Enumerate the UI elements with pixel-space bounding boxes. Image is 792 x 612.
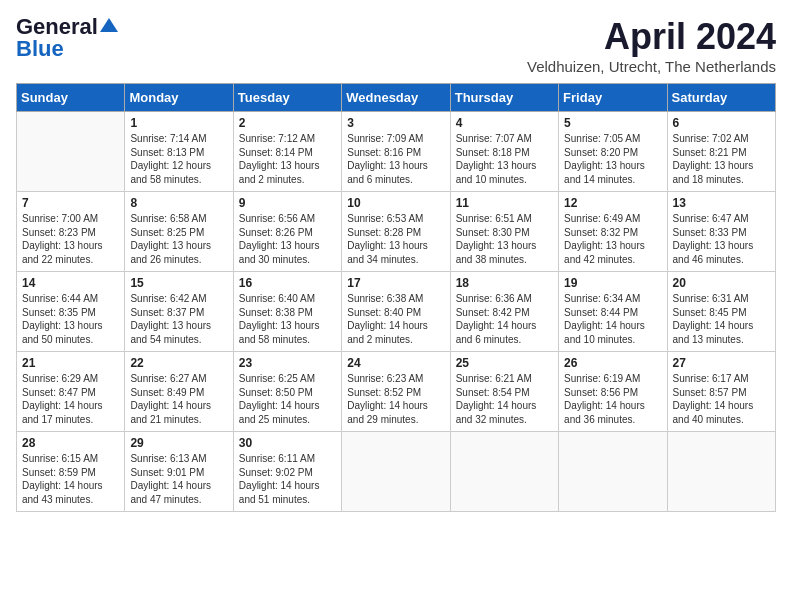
calendar-cell: 14Sunrise: 6:44 AMSunset: 8:35 PMDayligh…	[17, 272, 125, 352]
day-info: Sunrise: 7:05 AMSunset: 8:20 PMDaylight:…	[564, 132, 661, 186]
calendar-cell	[450, 432, 558, 512]
calendar-cell: 19Sunrise: 6:34 AMSunset: 8:44 PMDayligh…	[559, 272, 667, 352]
day-info: Sunrise: 7:09 AMSunset: 8:16 PMDaylight:…	[347, 132, 444, 186]
calendar-cell: 11Sunrise: 6:51 AMSunset: 8:30 PMDayligh…	[450, 192, 558, 272]
day-number: 7	[22, 196, 119, 210]
day-number: 8	[130, 196, 227, 210]
day-number: 12	[564, 196, 661, 210]
calendar-cell: 26Sunrise: 6:19 AMSunset: 8:56 PMDayligh…	[559, 352, 667, 432]
day-info: Sunrise: 7:14 AMSunset: 8:13 PMDaylight:…	[130, 132, 227, 186]
calendar-cell: 15Sunrise: 6:42 AMSunset: 8:37 PMDayligh…	[125, 272, 233, 352]
weekday-header-saturday: Saturday	[667, 84, 775, 112]
day-number: 18	[456, 276, 553, 290]
day-info: Sunrise: 7:07 AMSunset: 8:18 PMDaylight:…	[456, 132, 553, 186]
day-info: Sunrise: 6:49 AMSunset: 8:32 PMDaylight:…	[564, 212, 661, 266]
day-info: Sunrise: 6:17 AMSunset: 8:57 PMDaylight:…	[673, 372, 770, 426]
day-number: 30	[239, 436, 336, 450]
day-info: Sunrise: 6:29 AMSunset: 8:47 PMDaylight:…	[22, 372, 119, 426]
day-number: 23	[239, 356, 336, 370]
week-row-1: 1Sunrise: 7:14 AMSunset: 8:13 PMDaylight…	[17, 112, 776, 192]
day-info: Sunrise: 7:02 AMSunset: 8:21 PMDaylight:…	[673, 132, 770, 186]
day-info: Sunrise: 6:36 AMSunset: 8:42 PMDaylight:…	[456, 292, 553, 346]
calendar-cell: 2Sunrise: 7:12 AMSunset: 8:14 PMDaylight…	[233, 112, 341, 192]
logo-general-text: General	[16, 16, 98, 38]
day-number: 28	[22, 436, 119, 450]
day-info: Sunrise: 7:12 AMSunset: 8:14 PMDaylight:…	[239, 132, 336, 186]
week-row-4: 21Sunrise: 6:29 AMSunset: 8:47 PMDayligh…	[17, 352, 776, 432]
calendar-cell: 1Sunrise: 7:14 AMSunset: 8:13 PMDaylight…	[125, 112, 233, 192]
day-number: 14	[22, 276, 119, 290]
day-info: Sunrise: 6:58 AMSunset: 8:25 PMDaylight:…	[130, 212, 227, 266]
calendar-cell: 23Sunrise: 6:25 AMSunset: 8:50 PMDayligh…	[233, 352, 341, 432]
page-header: General Blue April 2024 Veldhuizen, Utre…	[16, 16, 776, 75]
calendar-cell: 30Sunrise: 6:11 AMSunset: 9:02 PMDayligh…	[233, 432, 341, 512]
calendar-cell: 21Sunrise: 6:29 AMSunset: 8:47 PMDayligh…	[17, 352, 125, 432]
day-info: Sunrise: 6:15 AMSunset: 8:59 PMDaylight:…	[22, 452, 119, 506]
day-number: 10	[347, 196, 444, 210]
location-text: Veldhuizen, Utrecht, The Netherlands	[527, 58, 776, 75]
day-info: Sunrise: 6:47 AMSunset: 8:33 PMDaylight:…	[673, 212, 770, 266]
day-number: 21	[22, 356, 119, 370]
calendar-table: SundayMondayTuesdayWednesdayThursdayFrid…	[16, 83, 776, 512]
calendar-cell: 20Sunrise: 6:31 AMSunset: 8:45 PMDayligh…	[667, 272, 775, 352]
weekday-header-wednesday: Wednesday	[342, 84, 450, 112]
day-info: Sunrise: 6:53 AMSunset: 8:28 PMDaylight:…	[347, 212, 444, 266]
day-number: 25	[456, 356, 553, 370]
day-number: 19	[564, 276, 661, 290]
day-info: Sunrise: 6:25 AMSunset: 8:50 PMDaylight:…	[239, 372, 336, 426]
calendar-cell: 29Sunrise: 6:13 AMSunset: 9:01 PMDayligh…	[125, 432, 233, 512]
day-info: Sunrise: 6:51 AMSunset: 8:30 PMDaylight:…	[456, 212, 553, 266]
calendar-cell: 16Sunrise: 6:40 AMSunset: 8:38 PMDayligh…	[233, 272, 341, 352]
calendar-cell	[17, 112, 125, 192]
calendar-cell: 7Sunrise: 7:00 AMSunset: 8:23 PMDaylight…	[17, 192, 125, 272]
logo-blue-text: Blue	[16, 38, 64, 60]
day-number: 27	[673, 356, 770, 370]
day-info: Sunrise: 6:38 AMSunset: 8:40 PMDaylight:…	[347, 292, 444, 346]
day-number: 9	[239, 196, 336, 210]
day-info: Sunrise: 6:44 AMSunset: 8:35 PMDaylight:…	[22, 292, 119, 346]
day-number: 6	[673, 116, 770, 130]
weekday-header-friday: Friday	[559, 84, 667, 112]
logo-icon	[100, 16, 118, 34]
calendar-cell	[559, 432, 667, 512]
day-number: 22	[130, 356, 227, 370]
logo: General Blue	[16, 16, 118, 60]
day-number: 5	[564, 116, 661, 130]
day-number: 4	[456, 116, 553, 130]
day-number: 20	[673, 276, 770, 290]
calendar-cell: 3Sunrise: 7:09 AMSunset: 8:16 PMDaylight…	[342, 112, 450, 192]
day-info: Sunrise: 6:40 AMSunset: 8:38 PMDaylight:…	[239, 292, 336, 346]
calendar-cell: 9Sunrise: 6:56 AMSunset: 8:26 PMDaylight…	[233, 192, 341, 272]
weekday-header-monday: Monday	[125, 84, 233, 112]
weekday-header-tuesday: Tuesday	[233, 84, 341, 112]
day-number: 1	[130, 116, 227, 130]
week-row-3: 14Sunrise: 6:44 AMSunset: 8:35 PMDayligh…	[17, 272, 776, 352]
calendar-cell: 13Sunrise: 6:47 AMSunset: 8:33 PMDayligh…	[667, 192, 775, 272]
day-number: 11	[456, 196, 553, 210]
calendar-cell: 5Sunrise: 7:05 AMSunset: 8:20 PMDaylight…	[559, 112, 667, 192]
calendar-cell: 17Sunrise: 6:38 AMSunset: 8:40 PMDayligh…	[342, 272, 450, 352]
weekday-header-sunday: Sunday	[17, 84, 125, 112]
week-row-2: 7Sunrise: 7:00 AMSunset: 8:23 PMDaylight…	[17, 192, 776, 272]
day-number: 15	[130, 276, 227, 290]
day-number: 26	[564, 356, 661, 370]
day-number: 24	[347, 356, 444, 370]
day-info: Sunrise: 7:00 AMSunset: 8:23 PMDaylight:…	[22, 212, 119, 266]
calendar-cell: 28Sunrise: 6:15 AMSunset: 8:59 PMDayligh…	[17, 432, 125, 512]
day-number: 17	[347, 276, 444, 290]
day-info: Sunrise: 6:56 AMSunset: 8:26 PMDaylight:…	[239, 212, 336, 266]
calendar-cell: 18Sunrise: 6:36 AMSunset: 8:42 PMDayligh…	[450, 272, 558, 352]
day-number: 16	[239, 276, 336, 290]
day-info: Sunrise: 6:31 AMSunset: 8:45 PMDaylight:…	[673, 292, 770, 346]
calendar-cell: 4Sunrise: 7:07 AMSunset: 8:18 PMDaylight…	[450, 112, 558, 192]
title-block: April 2024 Veldhuizen, Utrecht, The Neth…	[527, 16, 776, 75]
day-info: Sunrise: 6:21 AMSunset: 8:54 PMDaylight:…	[456, 372, 553, 426]
day-info: Sunrise: 6:11 AMSunset: 9:02 PMDaylight:…	[239, 452, 336, 506]
day-info: Sunrise: 6:23 AMSunset: 8:52 PMDaylight:…	[347, 372, 444, 426]
day-number: 3	[347, 116, 444, 130]
day-info: Sunrise: 6:19 AMSunset: 8:56 PMDaylight:…	[564, 372, 661, 426]
calendar-cell: 27Sunrise: 6:17 AMSunset: 8:57 PMDayligh…	[667, 352, 775, 432]
day-info: Sunrise: 6:34 AMSunset: 8:44 PMDaylight:…	[564, 292, 661, 346]
weekday-header-thursday: Thursday	[450, 84, 558, 112]
day-number: 2	[239, 116, 336, 130]
